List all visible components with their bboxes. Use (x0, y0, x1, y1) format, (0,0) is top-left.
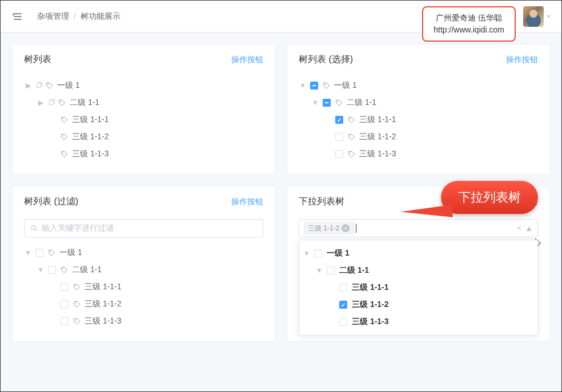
checkbox-checked[interactable] (339, 301, 347, 309)
card-title: 下拉列表树 (299, 196, 344, 208)
collapse-icon[interactable]: ▼ (311, 99, 319, 107)
collapse-icon[interactable]: ▼ (315, 266, 323, 274)
tree-node[interactable]: ▶ 二级 1-1 (24, 94, 263, 111)
tree-node[interactable]: ▼ 二级 1-1 (303, 262, 534, 279)
tree-node-label: 三级 1-1-2 (359, 132, 396, 142)
tag-icon (58, 99, 66, 107)
collapse-icon[interactable]: ▼ (299, 82, 307, 90)
tree-node-label: 三级 1-1-3 (352, 317, 389, 327)
tree-select-dropdown: ▼ 一级 1 ▼ 二级 1-1 ▶ 三级 1-1-1 (299, 240, 538, 336)
tree-node[interactable]: ▼ 一级 1 (303, 245, 534, 262)
expand-icon[interactable]: ▶ (37, 99, 45, 107)
filter-placeholder: 输入关键字进行过滤 (42, 223, 114, 233)
tree-node[interactable]: ▶ 三级 1-1-2 (299, 128, 538, 146)
tree-node[interactable]: ▶ 三级 1-1-1 (24, 111, 263, 128)
tree-node-label: 三级 1-1-1 (85, 282, 122, 292)
tree-node[interactable]: ▶ 三级 1-1-3 (303, 313, 534, 330)
checkbox-indeterminate[interactable] (310, 82, 318, 90)
user-menu-caret-icon[interactable]: ▾ (547, 13, 550, 19)
action-button[interactable]: 操作按钮 (506, 55, 538, 65)
checkbox[interactable] (314, 249, 322, 257)
checkbox[interactable] (61, 300, 69, 308)
tree-node-label: 一级 1 (327, 248, 350, 258)
tree-node-label: 二级 1-1 (72, 265, 102, 275)
checkbox[interactable] (35, 249, 43, 257)
menu-toggle-icon[interactable] (12, 11, 23, 22)
tree-node[interactable]: ▶ 三级 1-1-2 (24, 128, 263, 146)
tree-node-label: 二级 1-1 (70, 98, 99, 108)
action-button[interactable]: 操作按钮 (231, 55, 263, 65)
card-header: 树列表 (过滤) 操作按钮 (13, 187, 275, 217)
checkbox-checked[interactable] (335, 116, 343, 124)
tree-node[interactable]: ▶ 一级 1 (24, 77, 263, 94)
tag-icon (335, 99, 343, 107)
tree-node[interactable]: ▼ 二级 1-1 (24, 261, 263, 278)
card-title: 树列表 (24, 54, 51, 66)
collapse-icon[interactable]: ▼ (24, 249, 32, 257)
checkbox-indeterminate[interactable] (323, 99, 331, 107)
tree-node-label: 一级 1 (57, 80, 80, 91)
tree-node[interactable]: ▶ 三级 1-1-1 (299, 111, 538, 128)
card-title: 树列表 (选择) (299, 54, 353, 66)
selected-tag: 三级 1-1-2 × (304, 222, 354, 235)
card-title: 树列表 (过滤) (24, 196, 78, 208)
attribution-url: http://www.iqidi.com (433, 24, 504, 36)
attribution-name: 广州爱奇迪 伍华聪 (433, 12, 504, 24)
tree-node[interactable]: ▶ 三级 1-1-3 (24, 146, 263, 163)
text-cursor (356, 224, 356, 233)
tree-node[interactable]: ▶ 三级 1-1-2 (303, 296, 534, 313)
checkbox[interactable] (335, 150, 343, 158)
action-button[interactable]: 操作按钮 (231, 197, 263, 207)
tag-icon (61, 133, 69, 141)
tree-node-label: 三级 1-1-1 (359, 115, 396, 125)
tag-icon (61, 150, 69, 158)
filter-input[interactable]: 输入关键字进行过滤 (24, 219, 263, 237)
remove-tag-icon[interactable]: × (342, 224, 350, 232)
expand-icon[interactable]: ▶ (24, 82, 32, 90)
copy-icon (48, 99, 56, 107)
tag-icon (48, 249, 56, 257)
checkbox[interactable] (339, 284, 347, 292)
tree-node[interactable]: ▼ 二级 1-1 (299, 94, 538, 111)
tree-node-label: 三级 1-1-1 (72, 115, 109, 125)
selected-tag-label: 三级 1-1-2 (308, 224, 339, 233)
caret-up-icon[interactable]: ▲ (525, 224, 533, 233)
checkbox[interactable] (61, 317, 69, 325)
tree-node[interactable]: ▶ 三级 1-1-1 (24, 278, 263, 296)
tag-icon (323, 82, 331, 90)
tree-body: 输入关键字进行过滤 ▼ 一级 1 ▼ 二级 1-1 ▶ 三级 1-1-1 (13, 217, 275, 341)
tag-icon (61, 116, 69, 124)
tree-node[interactable]: ▼ 一级 1 (24, 244, 263, 261)
attribution-box: 广州爱奇迪 伍华聪 http://www.iqidi.com (422, 6, 516, 42)
tag-icon (46, 82, 54, 90)
tree-node[interactable]: ▶ 三级 1-1-3 (299, 146, 538, 163)
card-header: 树列表 操作按钮 (13, 45, 275, 75)
tag-icon (73, 300, 81, 308)
tree-node-label: 三级 1-1-3 (85, 316, 122, 326)
tree-node[interactable]: ▶ 三级 1-1-3 (24, 313, 263, 330)
tree-node-label: 三级 1-1-1 (352, 282, 389, 293)
tree-node[interactable]: ▼ 一级 1 (299, 77, 538, 94)
tree-node[interactable]: ▶ 三级 1-1-2 (24, 296, 263, 313)
card-tree-dropdown: 下拉列表树 下拉列表树 操作按钮 三级 1-1-2 × × ▲ (287, 186, 550, 342)
breadcrumb-item[interactable]: 杂项管理 (37, 11, 69, 22)
checkbox[interactable] (335, 133, 343, 141)
breadcrumb: 杂项管理 / 树功能展示 (37, 11, 121, 22)
card-header: 树列表 (选择) 操作按钮 (287, 45, 549, 75)
page-header: 杂项管理 / 树功能展示 广州爱奇迪 伍华聪 http://www.iqidi.… (1, 1, 561, 33)
tag-icon (73, 317, 81, 325)
tag-icon (348, 116, 356, 124)
avatar[interactable] (523, 6, 544, 27)
checkbox[interactable] (48, 266, 56, 274)
breadcrumb-item: 树功能展示 (81, 11, 121, 22)
checkbox[interactable] (339, 318, 347, 326)
checkbox[interactable] (327, 266, 335, 274)
collapse-icon[interactable]: ▼ (303, 249, 311, 257)
collapse-icon[interactable]: ▼ (37, 266, 45, 274)
tree-node[interactable]: ▶ 三级 1-1-1 (303, 279, 534, 296)
tag-icon (73, 283, 81, 291)
tree-node-label: 三级 1-1-2 (85, 299, 122, 309)
tree-node-label: 一级 1 (334, 80, 357, 91)
clear-icon[interactable]: × (517, 224, 521, 233)
checkbox[interactable] (61, 283, 69, 291)
